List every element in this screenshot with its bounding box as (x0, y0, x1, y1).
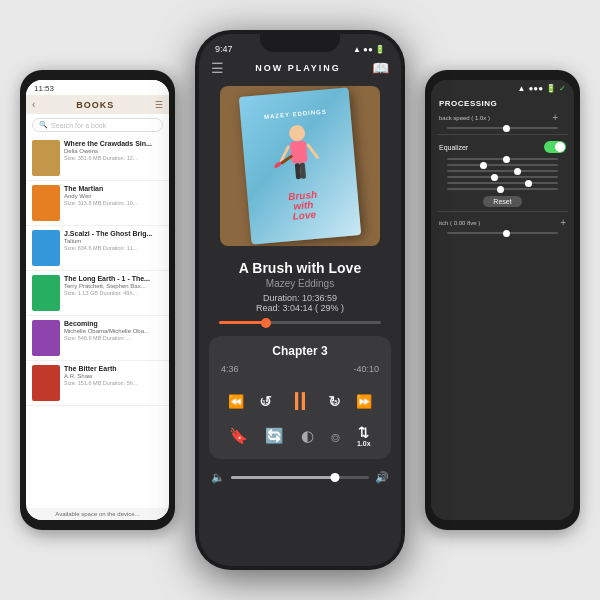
pitch-slider-row[interactable] (431, 230, 574, 236)
equalizer-toggle[interactable] (544, 141, 566, 153)
eq-dot-1[interactable] (503, 156, 510, 163)
fast-forward-button[interactable]: ⏩ (356, 394, 372, 409)
rewind-button[interactable]: ⏪ (228, 394, 244, 409)
back-icon[interactable]: ‹ (32, 99, 35, 110)
bookmark-button[interactable]: 🔖 (229, 427, 248, 445)
svg-rect-1 (290, 140, 308, 163)
eq-dot-6[interactable] (497, 186, 504, 193)
right-divider-2 (437, 211, 568, 212)
book-author-6: A.R. Shaw (64, 373, 163, 379)
progress-handle[interactable] (261, 318, 271, 328)
book-info-3: J.Scalzi - The Ghost Brig... Talium Size… (64, 230, 163, 251)
pitch-dot[interactable] (503, 230, 510, 237)
book-item-2[interactable]: The Martian Andy Weir Size: 313.8 MB Dur… (26, 181, 169, 226)
book-meta-4: Size: 1.13 GB Duration: 49h... (64, 290, 163, 296)
left-status-bar: 11:53 (26, 80, 169, 95)
book-meta-5: Size: 548.9 MB Duration: ... (64, 335, 163, 341)
book-meta-2: Size: 313.8 MB Duration: 10... (64, 200, 163, 206)
speed-value: 1.0x (357, 440, 371, 447)
center-screen: 9:47 ▲ ●● 🔋 ☰ NOW PLAYING 📖 MAZEY EDDING… (199, 34, 401, 566)
airplay-button[interactable]: ⌾ (331, 428, 340, 445)
read-value: 3:04:14 ( 29% ) (283, 303, 345, 313)
progress-bar[interactable] (219, 321, 381, 324)
book-item-5[interactable]: Becoming Michelle Obama/Michelle Oba... … (26, 316, 169, 361)
volume-slider[interactable] (231, 476, 369, 479)
cover-illustration (266, 119, 332, 194)
reset-button[interactable]: Reset (483, 196, 521, 207)
time-row: 4:36 -40:10 (221, 364, 379, 374)
time-remaining: -40:10 (353, 364, 379, 374)
center-phone: 9:47 ▲ ●● 🔋 ☰ NOW PLAYING 📖 MAZEY EDDING… (195, 30, 405, 570)
right-checkmark-icon: ✓ (559, 84, 566, 93)
volume-high-icon: 🔊 (375, 471, 389, 484)
book-item-3[interactable]: J.Scalzi - The Ghost Brig... Talium Size… (26, 226, 169, 271)
speed-slider-row[interactable] (431, 125, 574, 131)
book-item-4[interactable]: The Long Earth - 1 - The... Terry Pratch… (26, 271, 169, 316)
left-top-bar: ‹ BOOKS ☰ (26, 95, 169, 114)
book-title-5: Becoming (64, 320, 163, 328)
book-info-4: The Long Earth - 1 - The... Terry Pratch… (64, 275, 163, 296)
pitch-plus[interactable]: + (560, 217, 566, 228)
book-title-1: Where the Crawdads Sin... (64, 140, 163, 148)
track-read: Read: 3:04:14 ( 29% ) (211, 303, 389, 313)
right-battery-icon: 🔋 (546, 84, 556, 93)
book-thumb-1 (32, 140, 60, 176)
books-title: BOOKS (76, 100, 114, 110)
track-title: A Brush with Love (211, 260, 389, 276)
track-artist: Mazey Eddings (211, 278, 389, 289)
processing-title: PROCESSING (431, 95, 574, 110)
book-nav-icon[interactable]: 📖 (372, 60, 389, 76)
speed-button[interactable]: ⇅ 1.0x (357, 425, 371, 447)
center-time: 9:47 (215, 44, 233, 54)
right-wifi-icon: ▲ (518, 84, 526, 93)
hamburger-icon[interactable]: ☰ (211, 60, 224, 76)
speed-icon: ⇅ (357, 425, 371, 440)
equalizer-label: Equalizer (439, 144, 468, 151)
cover-title: BrushwithLove (288, 190, 319, 222)
book-item-1[interactable]: Where the Crawdads Sin... Delia Owens Si… (26, 136, 169, 181)
book-thumb-4 (32, 275, 60, 311)
eq-band-6[interactable] (431, 186, 574, 192)
right-screen: ▲ ●●● 🔋 ✓ PROCESSING back speed ( 1.0x )… (431, 80, 574, 520)
skip-back-button[interactable]: ↺ 15 (259, 392, 272, 411)
eq-dot-5[interactable] (525, 180, 532, 187)
eq-dot-2[interactable] (480, 162, 487, 169)
book-author-4: Terry Pratchett, Stephen Bax... (64, 283, 163, 289)
duration-value: 10:36:59 (302, 293, 337, 303)
search-icon: 🔍 (39, 121, 48, 129)
track-duration: Duration: 10:36:59 (211, 293, 389, 303)
left-status-time: 11:53 (34, 84, 54, 93)
album-cover: MAZEY EDDINGS BrushwithLove (239, 87, 361, 244)
book-author-5: Michelle Obama/Michelle Oba... (64, 328, 163, 334)
brightness-button[interactable]: ◐ (301, 427, 314, 445)
equalizer-row: Equalizer (431, 138, 574, 156)
search-bar[interactable]: 🔍 Search for a book (32, 118, 163, 132)
speed-row: back speed ( 1.0x ) + (431, 110, 574, 125)
skip-forward-button[interactable]: ↻ 15 (328, 392, 341, 411)
book-thumb-3 (32, 230, 60, 266)
eq-dot-4[interactable] (491, 174, 498, 181)
status-icons: ▲ ●● 🔋 (353, 45, 385, 54)
pause-button[interactable]: ⏸ (287, 386, 313, 417)
menu-icon[interactable]: ☰ (155, 100, 163, 110)
book-info-5: Becoming Michelle Obama/Michelle Oba... … (64, 320, 163, 341)
speed-plus[interactable]: + (552, 112, 566, 123)
book-item-6[interactable]: The Bitter Earth A.R. Shaw Size: 151.6 M… (26, 361, 169, 406)
book-thumb-5 (32, 320, 60, 356)
svg-line-3 (308, 145, 317, 159)
book-title-4: The Long Earth - 1 - The... (64, 275, 163, 283)
repeat-button[interactable]: 🔄 (265, 427, 284, 445)
album-art-area: MAZEY EDDINGS BrushwithLove (220, 86, 380, 246)
pitch-row: itch ( 0.00 8ve ) + (431, 215, 574, 230)
speed-slider-dot[interactable] (503, 125, 510, 132)
book-info-1: Where the Crawdads Sin... Delia Owens Si… (64, 140, 163, 161)
volume-handle[interactable] (330, 473, 339, 482)
read-label: Read: (256, 303, 280, 313)
book-thumb-2 (32, 185, 60, 221)
pitch-label: itch ( 0.00 8ve ) (439, 220, 480, 226)
right-signal-icon: ●●● (529, 84, 544, 93)
book-author-2: Andy Weir (64, 193, 163, 199)
book-author-1: Delia Owens (64, 148, 163, 154)
eq-dot-3[interactable] (514, 168, 521, 175)
book-meta-1: Size: 351.6 MB Duration: 12... (64, 155, 163, 161)
